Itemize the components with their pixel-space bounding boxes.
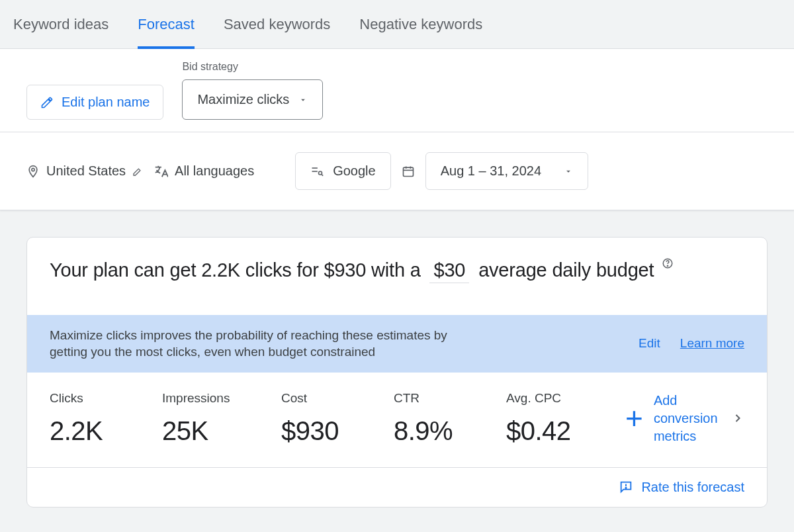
metric-label: Clicks [50, 391, 149, 406]
svg-line-4 [322, 174, 323, 175]
metric-value: 2.2K [50, 416, 149, 446]
add-conversion-label: Add conversion metrics [654, 392, 721, 445]
location-icon [26, 165, 40, 178]
chevron-down-icon [298, 95, 308, 105]
language-value: All languages [175, 163, 254, 179]
daily-budget-input[interactable]: $30 [429, 259, 469, 283]
bid-strategy-field: Bid strategy Maximize clicks [182, 61, 323, 120]
location-value: United States [46, 163, 126, 179]
filters-row: United States All languages Google Aug 1… [0, 132, 794, 210]
date-range-value: Aug 1 – 31, 2024 [441, 163, 541, 179]
language-filter[interactable]: All languages [154, 163, 254, 179]
headline-text: with a [366, 259, 425, 281]
metric-value: $930 [281, 416, 380, 446]
calendar-icon [402, 165, 415, 178]
headline-text: clicks for [240, 259, 324, 281]
metric-avg-cpc: Avg. CPC $0.42 [506, 391, 612, 446]
metric-ctr: CTR 8.9% [394, 391, 493, 446]
metric-cost: Cost $930 [281, 391, 380, 446]
help-icon[interactable] [662, 257, 674, 269]
metric-label: Cost [281, 391, 380, 406]
network-select[interactable]: Google [295, 152, 391, 190]
headline-text: Your plan can get [50, 259, 201, 281]
headline-cost: $930 [324, 259, 366, 281]
metric-value: 25K [162, 416, 268, 446]
tab-negative-keywords[interactable]: Negative keywords [359, 16, 482, 48]
tabs-bar: Keyword ideas Forecast Saved keywords Ne… [0, 0, 794, 49]
network-value: Google [333, 163, 376, 179]
svg-point-12 [626, 488, 627, 488]
edit-plan-name-button[interactable]: Edit plan name [26, 85, 163, 120]
date-range-select[interactable]: Aug 1 – 31, 2024 [425, 152, 588, 190]
add-conversion-metrics-button[interactable]: + Add conversion metrics [625, 392, 744, 445]
banner-learn-more-link[interactable]: Learn more [680, 336, 744, 351]
rate-forecast-label: Rate this forecast [641, 480, 744, 495]
forecast-headline: Your plan can get 2.2K clicks for $930 w… [27, 238, 767, 315]
headline-clicks: 2.2K [201, 259, 240, 281]
plus-icon: + [625, 408, 643, 429]
svg-point-0 [32, 168, 34, 171]
pencil-icon [132, 166, 143, 177]
metrics-row: Clicks 2.2K Impressions 25K Cost $930 CT… [27, 373, 767, 468]
search-partners-icon [310, 165, 324, 178]
plan-controls-row: Edit plan name Bid strategy Maximize cli… [0, 49, 794, 132]
pencil-icon [40, 96, 54, 109]
bid-strategy-value: Maximize clicks [197, 92, 289, 107]
forecast-card: Your plan can get 2.2K clicks for $930 w… [26, 237, 768, 508]
translate-icon [154, 164, 168, 179]
tab-keyword-ideas[interactable]: Keyword ideas [13, 16, 109, 48]
banner-edit-link[interactable]: Edit [639, 336, 660, 351]
bid-strategy-label: Bid strategy [182, 61, 323, 73]
chevron-right-icon [731, 412, 744, 425]
rate-forecast-button[interactable]: Rate this forecast [619, 480, 744, 495]
strategy-banner: Maximize clicks improves the probability… [27, 315, 767, 373]
metric-impressions: Impressions 25K [162, 391, 268, 446]
edit-plan-label: Edit plan name [62, 95, 150, 110]
location-filter[interactable]: United States [26, 163, 143, 179]
metric-value: $0.42 [506, 416, 612, 446]
chevron-down-icon [564, 167, 573, 176]
feedback-icon [619, 480, 633, 494]
metric-label: Impressions [162, 391, 268, 406]
tab-saved-keywords[interactable]: Saved keywords [224, 16, 330, 48]
tab-forecast[interactable]: Forecast [138, 16, 195, 49]
metric-clicks: Clicks 2.2K [50, 391, 149, 446]
svg-point-3 [319, 171, 322, 175]
bid-strategy-select[interactable]: Maximize clicks [182, 79, 323, 120]
metric-value: 8.9% [394, 416, 493, 446]
card-footer: Rate this forecast [27, 468, 767, 507]
metric-label: CTR [394, 391, 493, 406]
svg-point-10 [668, 265, 668, 266]
banner-message: Maximize clicks improves the probability… [50, 327, 486, 361]
svg-rect-5 [403, 167, 413, 176]
headline-text: average daily budget [473, 259, 654, 281]
metric-label: Avg. CPC [506, 391, 612, 406]
